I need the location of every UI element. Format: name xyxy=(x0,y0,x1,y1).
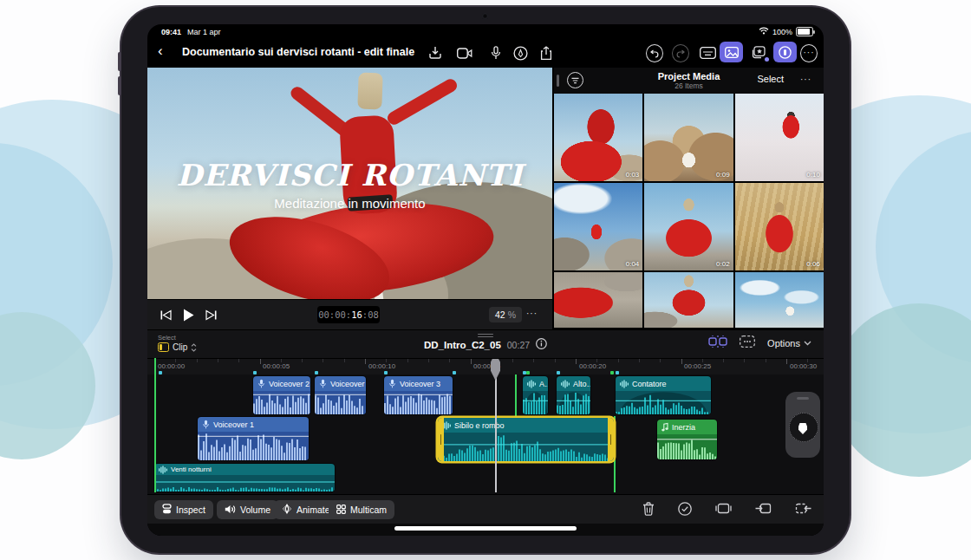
media-grid: 0:030:090:100:040:020:06 xyxy=(554,94,824,329)
effects-badge xyxy=(765,57,769,62)
clip-duration-badge: 0:06 xyxy=(806,260,820,268)
timeline-ruler[interactable]: 00:00:0000:00:0500:00:1000:00:1500:00:20… xyxy=(147,358,824,375)
ruler-tick xyxy=(197,359,198,362)
timeline-clip-alto-[interactable]: Alto… xyxy=(557,376,590,414)
mic-icon xyxy=(319,379,327,388)
append-clip-icon[interactable] xyxy=(795,502,811,519)
trim-handle-right[interactable] xyxy=(608,418,614,461)
media-thumbnail-4[interactable]: 0:04 xyxy=(554,183,642,270)
annotate-icon[interactable] xyxy=(512,44,529,62)
media-thumbnail-3[interactable]: 0:10 xyxy=(735,94,824,181)
delete-icon[interactable] xyxy=(642,502,655,519)
updown-chevrons-icon xyxy=(191,343,197,352)
button-label: Inspect xyxy=(176,505,205,515)
share-icon[interactable] xyxy=(538,44,555,62)
clip-info-button[interactable] xyxy=(536,337,547,353)
viewer-options-button[interactable] xyxy=(773,42,797,62)
jog-wheel[interactable] xyxy=(785,392,820,458)
wifi-icon xyxy=(759,27,769,36)
timeline-clip-contatore[interactable]: Contatore xyxy=(616,376,711,414)
redo-icon[interactable] xyxy=(672,44,689,62)
import-media-button[interactable] xyxy=(427,44,444,62)
timeline-clip-venti-notturni[interactable]: Venti notturni xyxy=(154,464,335,492)
ruler-tick xyxy=(576,359,577,364)
wave-icon xyxy=(527,380,536,388)
media-thumbnail-2[interactable]: 0:09 xyxy=(644,94,733,181)
ruler-tick xyxy=(471,359,472,364)
back-button[interactable]: ‹ xyxy=(158,42,163,61)
timecode-display[interactable]: 00:00:16:08 xyxy=(317,306,380,323)
timeline-clip-voiceover-3[interactable]: Voiceover 3 xyxy=(384,376,453,414)
options-button[interactable]: Options xyxy=(767,338,811,348)
insert-clip-icon[interactable] xyxy=(755,502,772,519)
clip-duration-badge: 0:02 xyxy=(716,260,730,268)
microphone-icon[interactable] xyxy=(487,44,505,62)
ruler-tick xyxy=(238,359,239,362)
inspect-button[interactable]: Inspect xyxy=(154,500,213,519)
clip-mode-label: Clip xyxy=(173,342,187,352)
timeline-overview-button[interactable] xyxy=(740,335,755,351)
skip-back-icon[interactable] xyxy=(158,307,173,322)
media-thumbnail-7[interactable] xyxy=(554,272,642,328)
timeline-tracks[interactable]: Voiceover 2Voiceover 2Voiceover 3A…Alto…… xyxy=(147,374,824,494)
ruler-label: 00:00:00 xyxy=(158,362,185,370)
timeline-clip-inerzia[interactable]: Inerzia xyxy=(657,420,717,459)
front-camera xyxy=(482,13,488,19)
media-browser-button[interactable] xyxy=(720,42,743,62)
media-thumbnail-5[interactable]: 0:02 xyxy=(644,183,733,270)
edit-point-line xyxy=(515,374,517,416)
more-button[interactable]: ··· xyxy=(800,44,818,62)
chevron-down-icon xyxy=(804,341,811,346)
trim-handle-left[interactable] xyxy=(438,418,444,461)
wave-icon xyxy=(620,380,629,388)
timeline-clip-voiceover-2[interactable]: Voiceover 2 xyxy=(315,376,366,414)
media-thumbnail-6[interactable]: 0:06 xyxy=(735,183,824,270)
viewer-more-button[interactable]: ··· xyxy=(526,309,538,318)
home-indicator[interactable] xyxy=(394,526,577,531)
clip-name-label: Sibilo e rombo xyxy=(454,421,505,430)
battery-percent: 100% xyxy=(772,28,792,36)
ruler-tick xyxy=(723,359,724,362)
overwrite-icon[interactable] xyxy=(715,502,732,519)
undo-icon[interactable] xyxy=(646,44,663,62)
titles-icon[interactable] xyxy=(699,44,716,62)
jog-handle[interactable] xyxy=(797,397,809,400)
ruler-tick xyxy=(365,359,366,364)
timeline-clip-voiceover-2[interactable]: Voiceover 2 xyxy=(253,376,310,414)
ruler-label: 00:00:25 xyxy=(684,362,711,370)
ruler-label: 00:00:20 xyxy=(579,362,606,370)
select-button[interactable]: Select xyxy=(757,74,784,84)
ruler-tick xyxy=(344,359,345,362)
volume-down-button xyxy=(118,76,121,95)
ruler-tick xyxy=(218,359,218,362)
timeline-clip-voiceover-1[interactable]: Voiceover 1 xyxy=(198,417,309,460)
volume-button[interactable]: Volume xyxy=(217,500,278,519)
ruler-tick xyxy=(428,359,429,362)
skip-forward-icon[interactable] xyxy=(203,307,218,322)
inspect-icon xyxy=(162,504,172,516)
media-thumbnail-8[interactable] xyxy=(644,272,733,328)
clip-mode-selector[interactable]: Clip xyxy=(158,342,197,352)
clip-name-label: Voiceover 2 xyxy=(330,380,366,388)
panel-more-button[interactable]: ··· xyxy=(800,75,811,84)
clip-type-icon xyxy=(158,342,169,352)
play-button[interactable] xyxy=(180,307,196,322)
ruler-tick xyxy=(681,359,682,364)
effects-button[interactable] xyxy=(746,42,770,62)
video-viewer[interactable]: DERVISCI ROTANTI Meditazione in moviment… xyxy=(147,68,552,299)
zoom-level-control[interactable]: 42 % xyxy=(489,307,522,322)
media-thumbnail-1[interactable]: 0:03 xyxy=(554,94,642,181)
camera-icon[interactable] xyxy=(456,44,473,62)
timeline-clip-a-[interactable]: A… xyxy=(523,376,548,414)
media-thumbnail-9[interactable] xyxy=(735,272,824,328)
multicam-button[interactable]: Multicam xyxy=(329,500,394,519)
approve-check-icon[interactable] xyxy=(678,502,692,519)
wave-icon xyxy=(159,466,167,474)
clip-duration-badge: 0:03 xyxy=(626,171,640,179)
button-label: Volume xyxy=(240,505,270,515)
clip-connections-button[interactable] xyxy=(708,335,727,352)
ruler-tick xyxy=(744,359,745,362)
project-media-panel: Project Media 26 Items Select ··· 0:030:… xyxy=(554,68,824,329)
timeline-clip-sibilo-e-rombo[interactable]: Sibilo e rombo xyxy=(438,418,614,461)
date: Mar 1 apr xyxy=(187,28,221,36)
